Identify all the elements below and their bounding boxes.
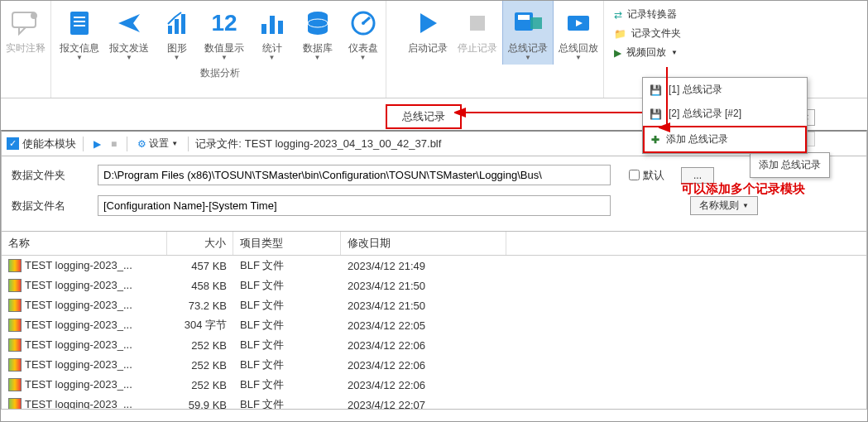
enable-module-label: 使能本模块: [22, 137, 76, 151]
table-row[interactable]: TEST logging-2023_... 252 KB BLF 文件 2023…: [2, 355, 866, 375]
converter-icon: ⇄: [614, 9, 622, 21]
msg-send-button[interactable]: 报文发送 ▼: [104, 1, 154, 65]
realtime-comment-button[interactable]: 实时注释: [1, 1, 50, 57]
record-file-label: 记录文件:: [195, 137, 242, 151]
chevron-down-icon: ▼: [360, 54, 367, 61]
list-body[interactable]: TEST logging-2023_... 457 KB BLF 文件 2023…: [2, 256, 866, 409]
blf-file-icon: [8, 378, 22, 391]
default-checkbox-wrap[interactable]: 默认: [629, 168, 664, 183]
record-folder-link[interactable]: 📁 记录文件夹: [611, 25, 697, 42]
chevron-down-icon: ▼: [76, 54, 83, 61]
chart-icon: [160, 6, 194, 41]
number-icon: 12: [207, 6, 242, 41]
table-row[interactable]: TEST logging-2023_... 457 KB BLF 文件 2023…: [2, 256, 866, 276]
separator: [127, 137, 127, 151]
settings-button[interactable]: ⚙ 设置 ▼: [134, 135, 181, 152]
chevron-down-icon: ▼: [126, 54, 132, 61]
list-header: 名称 大小 项目类型 修改日期: [2, 232, 866, 256]
svg-rect-6: [168, 26, 172, 34]
enable-module-checkbox[interactable]: ✓: [7, 137, 19, 150]
comment-icon: [8, 6, 43, 41]
col-header-date[interactable]: 修改日期: [341, 232, 506, 255]
realtime-comment-label: 实时注释: [6, 42, 46, 54]
svg-rect-2: [70, 12, 89, 35]
chevron-down-icon: ▼: [314, 54, 321, 61]
table-row[interactable]: TEST logging-2023_... 304 字节 BLF 文件 2023…: [2, 315, 866, 335]
blf-file-icon: [8, 398, 22, 409]
database-button[interactable]: 数据库 ▼: [295, 1, 340, 65]
table-row[interactable]: TEST logging-2023_... 73.2 KB BLF 文件 202…: [2, 295, 866, 315]
blf-file-icon: [8, 299, 22, 312]
bus-record-button[interactable]: 总线记录 ▼: [502, 1, 554, 65]
graph-label: 图形: [167, 42, 187, 54]
record-folder-label: 记录文件夹: [631, 26, 681, 41]
data-filename-label: 数据文件名: [12, 199, 86, 213]
record-converter-label: 记录转换器: [627, 7, 677, 22]
settings-label: 设置: [149, 137, 169, 151]
svg-point-1: [31, 12, 37, 19]
default-checkbox[interactable]: [629, 170, 640, 180]
annotation-arrow-down: [659, 63, 675, 137]
start-record-label: 启动记录: [408, 42, 448, 54]
file-list: 名称 大小 项目类型 修改日期 TEST logging-2023_... 45…: [1, 231, 867, 410]
stop-record-button[interactable]: 停止记录: [453, 1, 502, 65]
col-header-size[interactable]: 大小: [167, 232, 233, 255]
video-play-icon: ▶: [614, 47, 621, 59]
table-row[interactable]: TEST logging-2023_... 59.9 KB BLF 文件 202…: [2, 395, 866, 409]
default-label: 默认: [643, 168, 664, 183]
save-record-icon: [511, 6, 545, 41]
panel-tab-bus-record[interactable]: 总线记录: [386, 104, 462, 129]
group-analysis-caption: 数据分析: [55, 65, 386, 82]
stats-button[interactable]: 统计 ▼: [249, 1, 295, 65]
bus-replay-button[interactable]: 总线回放 ▼: [554, 1, 603, 65]
msg-info-button[interactable]: 报文信息 ▼: [55, 1, 104, 65]
dd-add-label: 添加 总线记录: [666, 132, 728, 146]
table-row[interactable]: TEST logging-2023_... 252 KB BLF 文件 2023…: [2, 335, 866, 355]
svg-rect-10: [270, 16, 275, 34]
database-label: 数据库: [303, 42, 333, 54]
svg-rect-17: [470, 16, 485, 31]
gauge-icon: [346, 6, 381, 41]
svg-rect-8: [181, 14, 185, 34]
svg-rect-19: [518, 15, 530, 20]
blf-file-icon: [8, 358, 22, 372]
col-header-type[interactable]: 项目类型: [233, 232, 341, 255]
name-rule-button[interactable]: 名称规则 ▼: [690, 196, 758, 215]
chevron-down-icon: ▼: [742, 202, 749, 209]
dashboard-button[interactable]: 仪表盘 ▼: [340, 1, 386, 65]
separator: [188, 137, 189, 151]
bus-replay-label: 总线回放: [559, 42, 598, 54]
start-record-button[interactable]: 启动记录: [403, 1, 453, 65]
document-icon: [62, 6, 97, 41]
chevron-down-icon: ▼: [221, 54, 228, 61]
play-button[interactable]: ▶: [90, 137, 104, 151]
video-replay-link[interactable]: ▶ 视频回放 ▼: [611, 44, 697, 61]
dd-item1-label: [1] 总线记录: [669, 83, 722, 97]
replay-icon: [561, 6, 596, 41]
chevron-down-icon: ▼: [171, 140, 178, 147]
svg-rect-20: [530, 17, 542, 29]
table-row[interactable]: TEST logging-2023_... 458 KB BLF 文件 2023…: [2, 276, 866, 295]
chevron-down-icon: ▼: [174, 54, 180, 61]
record-converter-link[interactable]: ⇄ 记录转换器: [611, 6, 697, 23]
add-tooltip: 添加 总线记录: [750, 152, 830, 178]
data-folder-input[interactable]: [98, 165, 611, 185]
dashboard-label: 仪表盘: [348, 42, 378, 54]
graph-button[interactable]: 图形 ▼: [154, 1, 199, 65]
folder-icon: 📁: [614, 28, 626, 40]
data-filename-input[interactable]: [98, 195, 611, 216]
chevron-down-icon: ▼: [671, 49, 678, 56]
video-replay-label: 视频回放: [626, 46, 666, 60]
record-file-value: TEST logging-2023_04_13_00_42_37.blf: [245, 137, 442, 150]
stop-button[interactable]: ■: [108, 137, 120, 151]
num-display-button[interactable]: 12 数值显示 ▼: [199, 1, 249, 65]
stop-icon: [460, 6, 495, 41]
svg-rect-7: [175, 19, 179, 34]
col-header-name[interactable]: 名称: [2, 232, 167, 255]
chevron-down-icon: ▼: [525, 54, 531, 61]
annotation-text: 可以添加多个记录模块: [681, 181, 805, 197]
bus-record-label: 总线记录: [508, 42, 548, 54]
table-row[interactable]: TEST logging-2023_... 252 KB BLF 文件 2023…: [2, 375, 866, 395]
dd-item2-label: [2] 总线记录 [#2]: [669, 107, 741, 121]
blf-file-icon: [8, 259, 22, 272]
